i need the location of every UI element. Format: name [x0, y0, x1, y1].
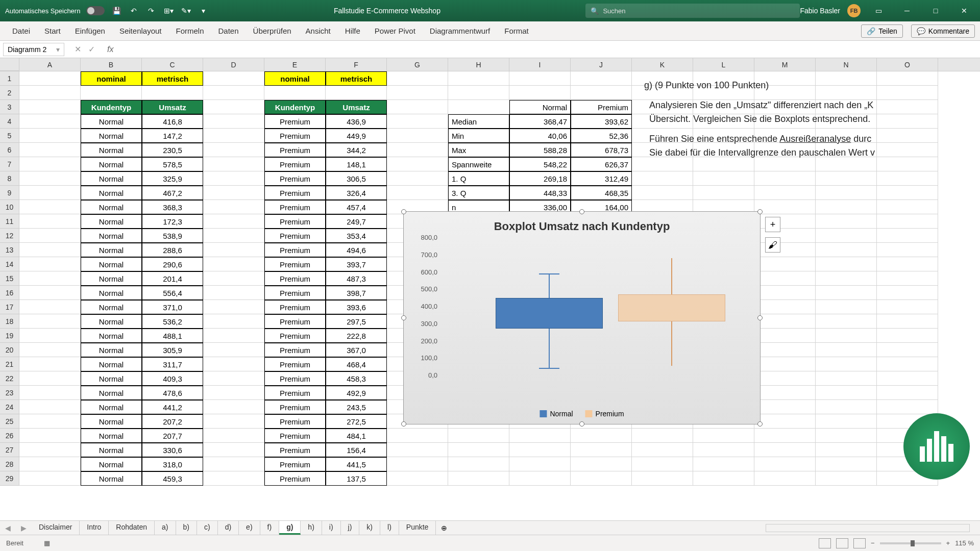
chart-styles-button[interactable]: 🖌	[765, 237, 780, 253]
cell[interactable]	[448, 71, 509, 86]
cell[interactable]: Premium	[264, 157, 326, 171]
cell[interactable]	[816, 314, 877, 329]
sheet-tab[interactable]: e)	[239, 521, 260, 535]
cell[interactable]: 468,35	[571, 186, 632, 200]
cell[interactable]: Normal	[81, 257, 142, 271]
cell[interactable]: Premium	[264, 429, 326, 443]
cell[interactable]	[816, 329, 877, 343]
cell[interactable]	[509, 429, 571, 443]
autosave-toggle[interactable]	[86, 6, 105, 15]
cell[interactable]: Median	[448, 114, 509, 129]
ribbon-tab-format[interactable]: Format	[497, 21, 536, 41]
cell[interactable]	[816, 186, 877, 200]
cell[interactable]: 416,8	[142, 114, 203, 129]
cell[interactable]: Normal	[81, 200, 142, 214]
cell[interactable]: Premium	[264, 286, 326, 300]
cell[interactable]	[448, 443, 509, 457]
cell[interactable]	[816, 357, 877, 371]
cell[interactable]	[754, 443, 816, 457]
cell[interactable]: 272,5	[326, 414, 387, 429]
cell[interactable]	[877, 343, 938, 357]
cell[interactable]	[203, 300, 264, 314]
cell[interactable]	[754, 200, 816, 214]
cell[interactable]: 578,5	[142, 157, 203, 171]
cell[interactable]: nominal	[81, 71, 142, 86]
cell[interactable]: 52,36	[571, 129, 632, 143]
cell[interactable]: 458,3	[326, 371, 387, 386]
cell[interactable]: Normal	[81, 357, 142, 371]
cell[interactable]	[19, 357, 81, 371]
cell[interactable]: 353,4	[326, 229, 387, 243]
cell[interactable]: 311,7	[142, 357, 203, 371]
cell[interactable]	[754, 400, 816, 414]
cell[interactable]	[816, 257, 877, 271]
cell[interactable]: Umsatz	[142, 100, 203, 114]
cell[interactable]	[877, 300, 938, 314]
cell[interactable]	[754, 286, 816, 300]
ribbon-tab-seitenlayout[interactable]: Seitenlayout	[112, 21, 169, 41]
cell[interactable]	[19, 314, 81, 329]
col-header-M[interactable]: M	[754, 58, 816, 71]
cell[interactable]	[754, 386, 816, 400]
sheet-tab[interactable]: Intro	[80, 521, 109, 535]
cell[interactable]: Premium	[264, 200, 326, 214]
cell[interactable]	[754, 429, 816, 443]
cell[interactable]	[877, 286, 938, 300]
cell[interactable]	[754, 186, 816, 200]
cell[interactable]	[571, 86, 632, 100]
row-header-5[interactable]: 5	[0, 129, 19, 143]
col-header-F[interactable]: F	[326, 58, 387, 71]
cell[interactable]	[816, 400, 877, 414]
row-header-21[interactable]: 21	[0, 357, 19, 371]
sheet-tab[interactable]: b)	[176, 521, 197, 535]
row-header-26[interactable]: 26	[0, 429, 19, 443]
cell[interactable]	[19, 329, 81, 343]
cell[interactable]: Kundentyp	[81, 100, 142, 114]
cell[interactable]: Premium	[264, 414, 326, 429]
add-sheet-button[interactable]: ⊕	[436, 524, 452, 532]
cell[interactable]: 488,1	[142, 329, 203, 343]
cell[interactable]: Min	[448, 129, 509, 143]
sheet-tab[interactable]: j)	[341, 521, 360, 535]
sheet-tab[interactable]: f)	[260, 521, 280, 535]
cell[interactable]: Premium	[264, 271, 326, 286]
cell[interactable]	[877, 400, 938, 414]
cell[interactable]	[19, 143, 81, 157]
cell[interactable]: 201,4	[142, 271, 203, 286]
ribbon-tab-power pivot[interactable]: Power Pivot	[368, 21, 423, 41]
cell[interactable]	[693, 471, 754, 486]
cell[interactable]: Premium	[264, 129, 326, 143]
cell[interactable]	[877, 229, 938, 243]
cell[interactable]	[387, 71, 448, 86]
cell[interactable]	[632, 443, 693, 457]
cell[interactable]	[387, 457, 448, 471]
cell[interactable]	[19, 386, 81, 400]
cell[interactable]	[816, 457, 877, 471]
cell[interactable]: 457,4	[326, 200, 387, 214]
cell[interactable]: Normal	[81, 429, 142, 443]
cell[interactable]: Normal	[81, 414, 142, 429]
share-button[interactable]: 🔗 Teilen	[861, 24, 903, 38]
zoom-in-icon[interactable]: +	[946, 539, 950, 547]
cell[interactable]	[571, 471, 632, 486]
col-header-B[interactable]: B	[81, 58, 142, 71]
qat-icon[interactable]: ✎▾	[180, 5, 191, 16]
cell[interactable]	[203, 257, 264, 271]
cell[interactable]	[142, 86, 203, 100]
cell[interactable]: 436,9	[326, 114, 387, 129]
cell[interactable]	[816, 343, 877, 357]
cell[interactable]: 484,1	[326, 429, 387, 443]
sheet-tab[interactable]: g)	[279, 521, 301, 535]
row-header-7[interactable]: 7	[0, 157, 19, 171]
cell[interactable]	[754, 471, 816, 486]
cell[interactable]	[754, 257, 816, 271]
sheet-tab[interactable]: Rohdaten	[109, 521, 155, 535]
col-header-C[interactable]: C	[142, 58, 203, 71]
cell[interactable]: 172,3	[142, 214, 203, 229]
cell[interactable]	[203, 214, 264, 229]
cell[interactable]	[203, 286, 264, 300]
cell[interactable]: 148,1	[326, 157, 387, 171]
cell[interactable]	[19, 186, 81, 200]
chart-handle[interactable]	[757, 315, 763, 320]
cell[interactable]	[203, 314, 264, 329]
